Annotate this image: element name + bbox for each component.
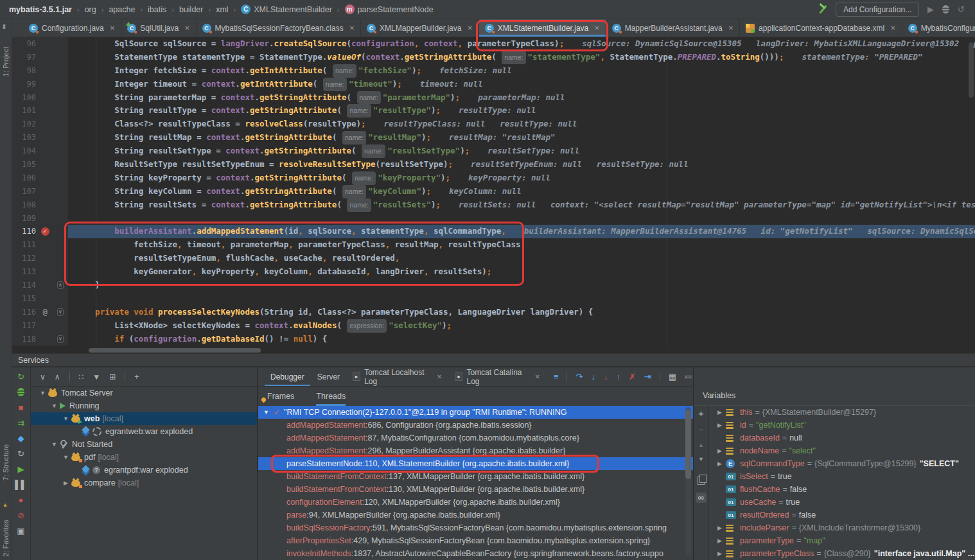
breadcrumb-item[interactable]: builder (179, 5, 204, 14)
stack-frame-row[interactable]: addMappedStatement:296, MapperBuilderAss… (258, 444, 693, 457)
tree-chevron-icon[interactable]: ▼ (37, 390, 48, 396)
close-tab-icon[interactable]: ✕ (184, 24, 189, 31)
code-line[interactable]: 115 (12, 292, 975, 306)
move-down-icon[interactable]: ▼ (698, 456, 704, 462)
debugger-tab[interactable]: Debugger (265, 367, 310, 386)
step-multi-icon[interactable]: ⇉ (17, 419, 24, 427)
fold-marker-icon[interactable]: ∨ (57, 335, 64, 343)
breadcrumb-item[interactable]: xml (216, 5, 228, 14)
move-up-icon[interactable]: ▲ (698, 442, 704, 448)
services-view-icon[interactable]: ◆ (18, 434, 24, 442)
code-line[interactable]: 112 resultSetTypeEnum, flushCache, useCa… (12, 252, 975, 265)
code-editor[interactable]: 96 SqlSource sqlSource = langDriver.crea… (12, 37, 975, 347)
force-step-into-icon[interactable]: ↓ (604, 372, 608, 381)
variable-row[interactable]: ▶id="getNotifyList" (708, 419, 975, 432)
variable-row[interactable]: ▶parameterType="map" (708, 534, 975, 547)
editor-tab[interactable]: CXMLStatementBuilder.java✕ (479, 19, 606, 37)
stack-frame-row[interactable]: parse:94, XMLMapperBuilder {org.apache.i… (258, 509, 693, 521)
tree-chevron-icon[interactable]: ▶ (708, 422, 726, 428)
subtab-threads[interactable]: Threads (316, 392, 346, 406)
code-line[interactable]: 97 StatementType statementType = Stateme… (12, 51, 975, 64)
collapse-all-icon[interactable]: ∧ (55, 372, 60, 381)
run-icon[interactable]: ▶ (927, 4, 934, 14)
remove-watch-icon[interactable]: − (699, 425, 703, 434)
filter-icon[interactable]: ▼ (92, 372, 100, 381)
services-tree-item[interactable]: ▼web[local] (31, 412, 257, 425)
pause-icon[interactable]: ▌▌ (15, 480, 26, 489)
stack-frame-row[interactable]: afterPropertiesSet:429, MybatisSqlSessio… (258, 534, 693, 547)
code-line[interactable]: 111 fetchSize, timeout, parameterMap, pa… (12, 238, 975, 252)
stack-frame-row[interactable]: invokeInitMethods:1837, AbstractAutowire… (258, 547, 693, 560)
code-line[interactable]: 104 String resultSetType = context.getSt… (12, 144, 975, 158)
rerun-icon[interactable]: ↻ (17, 372, 24, 381)
stripe-project-label[interactable]: 1: Project (2, 47, 10, 76)
tree-chevron-icon[interactable]: ▶ (708, 409, 726, 416)
variable-row[interactable]: 01flushCache=false (708, 483, 975, 496)
stack-frame-row[interactable]: parseStatementNode:110, XMLStatementBuil… (258, 457, 693, 470)
coverage-icon[interactable]: ↺ (958, 4, 965, 14)
tree-chevron-icon[interactable]: ▼ (49, 441, 60, 448)
code-line[interactable]: 100 String parameterMap = context.getStr… (12, 91, 975, 105)
code-line[interactable]: 118∨ if (configuration.getDatabaseId() !… (12, 333, 975, 346)
group-by-icon[interactable]: ∷ (79, 372, 84, 381)
code-line[interactable]: 103 String resultMap = context.getString… (12, 131, 975, 144)
fold-marker-icon[interactable]: ∧ (57, 281, 64, 289)
services-tree-item[interactable]: egrantweb:war exploded (31, 425, 257, 438)
evaluate-toggle-icon[interactable]: ∞ (696, 493, 707, 503)
breadcrumb-item[interactable]: mparseStatementNode (345, 4, 434, 14)
add-service-icon[interactable]: + (134, 372, 139, 381)
services-tree-item[interactable]: ▼Not Started (31, 438, 257, 451)
screenshot-icon[interactable]: ▣ (17, 527, 24, 535)
record-icon[interactable]: ● (19, 496, 24, 504)
variable-row[interactable]: databaseId=null (708, 432, 975, 444)
tree-chevron-icon[interactable]: ▼ (60, 454, 71, 460)
tree-chevron-icon[interactable]: ▶ (708, 538, 726, 544)
stack-frame-row[interactable]: buildStatementFromContext:130, XMLMapper… (258, 483, 693, 496)
tree-chevron-icon[interactable]: ▶ (708, 525, 726, 531)
variable-row[interactable]: 01useCache=true (708, 496, 975, 509)
stack-frame-row[interactable]: configurationElement:120, XMLMapperBuild… (258, 496, 693, 509)
tree-chevron-icon[interactable]: ▼ (263, 409, 274, 416)
close-tab-icon[interactable]: ✕ (594, 24, 599, 31)
editor-tab[interactable]: CMapperBuilderAssistant.java✕ (606, 19, 740, 37)
breadcrumb-item[interactable]: org (85, 5, 96, 14)
thread-row[interactable]: ▼✓"RMI TCP Connection(2)-127.0.0.1"@2,11… (258, 406, 693, 419)
debugger-tab[interactable]: ▸Tomcat Catalina Log✕ (449, 367, 546, 386)
refresh-icon[interactable]: ↻ (17, 450, 24, 458)
tree-chevron-icon[interactable]: ▶ (708, 460, 726, 467)
code-line[interactable]: 116@∨ private void processSelectKeyNodes… (12, 306, 975, 319)
debug-icon[interactable] (17, 388, 24, 396)
expand-all-icon[interactable]: ∨ (40, 372, 46, 381)
frames-scrollbar-thumb[interactable] (685, 410, 691, 479)
code-line[interactable]: 107 String keyColumn = context.getString… (12, 185, 975, 198)
code-line[interactable]: 105 ResultSetType resultSetTypeEnum = re… (12, 158, 975, 171)
code-line[interactable]: 98 Integer fetchSize = context.getIntAtt… (12, 64, 975, 78)
close-tab-icon[interactable]: ✕ (110, 24, 115, 31)
close-tab-icon[interactable]: ✕ (437, 373, 442, 380)
editor-horizontal-scrollbar[interactable] (12, 347, 975, 353)
add-configuration-button[interactable]: Add Configuration... (836, 3, 919, 17)
tree-chevron-icon[interactable]: ▶ (60, 480, 71, 486)
variable-row[interactable]: 01isSelect=true (708, 470, 975, 483)
stack-frame-row[interactable]: addMappedStatement:686, Configuration {o… (258, 419, 693, 432)
build-icon[interactable] (818, 4, 827, 14)
step-out-icon[interactable]: ↑ (616, 372, 620, 381)
code-line[interactable]: 101 String resultType = context.getStrin… (12, 104, 975, 118)
evaluate-expression-icon[interactable]: ▦ (669, 372, 676, 381)
code-line[interactable]: 114∧ } (12, 279, 975, 292)
services-tree-item[interactable]: ▶compare[local] (31, 477, 257, 489)
debug-icon[interactable] (942, 5, 949, 13)
stack-frame-row[interactable]: buildStatementFromContext:137, XMLMapper… (258, 470, 693, 483)
editor-tab[interactable]: CSqlUtil.java✕ (121, 19, 196, 37)
stop-icon[interactable]: ■ (19, 403, 24, 412)
editor-tab[interactable]: CMybatisConfiguration.class✕ (902, 19, 975, 37)
code-line[interactable]: 96 SqlSource sqlSource = langDriver.crea… (12, 37, 975, 51)
new-frame-icon[interactable]: ⊞ (109, 372, 116, 381)
editor-tab[interactable]: CConfiguration.java✕ (23, 19, 121, 37)
code-line[interactable]: 109 (12, 212, 975, 225)
close-tab-icon[interactable]: ✕ (535, 373, 540, 380)
editor-tab[interactable]: CXMLMapperBuilder.java✕ (361, 19, 479, 37)
layout-settings-icon[interactable]: ≔ (685, 372, 693, 381)
code-line[interactable]: 108 String resultSets = context.getStrin… (12, 198, 975, 212)
code-line[interactable]: 106 String keyProperty = context.getStri… (12, 171, 975, 185)
